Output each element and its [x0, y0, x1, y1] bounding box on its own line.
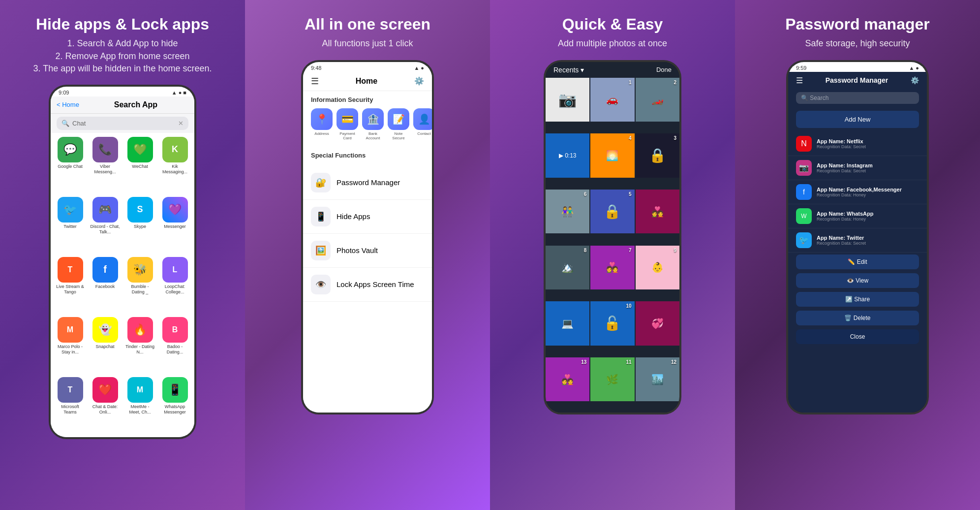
info-icon-bank[interactable]: 🏦 Bank Account [362, 108, 384, 141]
app-label: Live Stream & Tango [55, 284, 86, 295]
list-item[interactable]: 📱 WhatsApp Messenger [159, 377, 190, 433]
list-item[interactable]: 🎮 Discord - Chat, Talk... [90, 197, 121, 253]
list-item[interactable]: S Skype [124, 197, 155, 253]
list-item[interactable]: M MeetMe - Meet, Ch... [124, 377, 155, 433]
photo-cell-3[interactable]: 3 🔒 [636, 133, 679, 177]
special-item-lock-apps[interactable]: 👁️ Lock Apps Screen Time [303, 268, 432, 302]
panel-3-title: Quick & Easy [562, 15, 663, 33]
photo-cell-tech[interactable]: 💻 [546, 301, 589, 345]
list-item[interactable]: N App Name: Netflix Recognition Data: Se… [788, 132, 927, 156]
edit-button[interactable]: ✏️ Edit [796, 255, 919, 269]
eye-icon: 👁️ [847, 277, 854, 284]
list-item[interactable]: 💚 WeChat [124, 137, 155, 193]
list-item[interactable]: 💜 Messenger [159, 197, 190, 253]
photo-cell-12[interactable]: 12 🏙️ [636, 357, 679, 401]
app-name: App Name: WhatsApp [817, 211, 919, 217]
info-icon-contact[interactable]: 👤 Contact [413, 108, 432, 141]
app-label: Snapchat [95, 344, 114, 350]
list-item[interactable]: 💬 Google Chat [55, 137, 86, 193]
info-icons-row: 📍 Address 💳 Payment Card 🏦 Bank Account … [303, 106, 432, 147]
photo-cell-11[interactable]: 11 🌿 [590, 357, 634, 401]
list-item[interactable]: L LoopChat: College... [159, 257, 190, 313]
photo-cell-4[interactable]: 4 🌅 [590, 133, 634, 177]
delete-button[interactable]: 🗑️ Delete [796, 311, 919, 325]
list-item[interactable]: K Kik Messaging... [159, 137, 190, 193]
status-bar-4: 9:59 ▲ ● [788, 62, 927, 72]
photo-thumb: 🔒 [590, 190, 634, 233]
facebook-icon: f [796, 184, 812, 200]
list-item[interactable]: W App Name: WhatsApp Recognition Data: H… [788, 204, 927, 228]
app-label: WhatsApp Messenger [159, 404, 190, 415]
photo-cell-2[interactable]: 2 🏎️ [636, 78, 679, 122]
instagram-icon: 📷 [796, 160, 812, 176]
photo-cell-9[interactable]: 9 👶 [636, 246, 679, 289]
phone-mockup-4: 9:59 ▲ ● ☰ Password Manager ⚙️ 🔍 Search … [786, 60, 929, 414]
app-secret: Recognition Data: Honey [817, 192, 919, 197]
list-item[interactable]: T Live Stream & Tango [55, 257, 86, 313]
photo-number: 13 [581, 359, 586, 365]
photo-cell-couple[interactable]: 💑 [636, 190, 679, 233]
app-icon-discord: 🎮 [92, 197, 118, 223]
list-item[interactable]: 👻 Snapchat [90, 317, 121, 373]
special-item-password[interactable]: 🔐 Password Manager [303, 166, 432, 200]
address-label: Address [314, 131, 329, 136]
photos-vault-label: Photos Vault [337, 246, 378, 255]
photo-cell-video[interactable]: ▶ 0:13 [546, 133, 589, 177]
list-item[interactable]: f App Name: Facebook,Messenger Recogniti… [788, 180, 927, 204]
settings-icon[interactable]: ⚙️ [414, 76, 424, 86]
app-icon-viber: 📞 [92, 137, 118, 162]
list-item[interactable]: T Microsoft Teams [55, 377, 86, 433]
clear-icon[interactable]: ✕ [178, 120, 184, 127]
list-item[interactable]: ❤️ Chat & Date: Onli... [90, 377, 121, 433]
phone-mockup-1: 9:09 ▲ ● ■ < Home Search App 🔍 Chat ✕ 💬 … [49, 85, 196, 439]
share-button[interactable]: ↗️ Share [796, 292, 919, 307]
status-icons-4: ▲ ● [909, 65, 919, 71]
hamburger-icon-pm[interactable]: ☰ [796, 76, 803, 85]
list-item[interactable]: 🐦 Twitter [55, 197, 86, 253]
photo-number: 4 [629, 135, 632, 141]
done-button[interactable]: Done [656, 66, 672, 73]
list-item[interactable]: f Facebook [90, 257, 121, 313]
list-item[interactable]: 🐦 App Name: Twitter Recognition Data: Se… [788, 228, 927, 253]
list-item[interactable]: 📞 Viber Messeng... [90, 137, 121, 193]
photo-cell-1[interactable]: 1 🚗 [590, 78, 634, 122]
pm-search-placeholder: Search [810, 95, 828, 101]
view-button[interactable]: 👁️ View [796, 273, 919, 288]
settings-icon-pm[interactable]: ⚙️ [911, 76, 919, 84]
photo-cell-camera[interactable]: 📷 [546, 78, 589, 122]
photo-cell-10[interactable]: 10 🔓 [590, 301, 634, 345]
hamburger-icon[interactable]: ☰ [311, 76, 319, 87]
netflix-icon: N [796, 136, 812, 152]
pm-search-input[interactable]: 🔍 Search [796, 92, 919, 104]
photo-cell-pink-couple[interactable]: 💞 [636, 301, 679, 345]
photo-number: 1 [629, 80, 632, 85]
note-icon: 📝 [388, 108, 409, 130]
list-item[interactable]: 📷 App Name: Instagram Recognition Data: … [788, 156, 927, 180]
app-info: App Name: Twitter Recognition Data: Secr… [817, 235, 919, 246]
password-manager-label: Password Manager [337, 178, 400, 187]
list-item[interactable]: B Badoo - Dating... [159, 317, 190, 373]
photo-cell-7[interactable]: 7 💑 [590, 246, 634, 289]
app-icon-kik: K [162, 137, 188, 162]
photo-cell-5[interactable]: 5 🔒 [590, 190, 634, 233]
search-bar-area: 🔍 Chat ✕ [51, 114, 194, 133]
add-new-button[interactable]: Add New [796, 111, 919, 128]
list-item[interactable]: 🔥 Tinder - Dating N... [124, 317, 155, 373]
photo-cell-8[interactable]: 8 🏔️ [546, 246, 589, 289]
search-input[interactable]: 🔍 Chat ✕ [57, 117, 188, 130]
special-item-photos-vault[interactable]: 🖼️ Photos Vault [303, 234, 432, 268]
app-info: App Name: Instagram Recognition Data: Se… [817, 162, 919, 173]
app-secret: Recognition Data: Honey [817, 217, 919, 222]
back-button[interactable]: < Home [57, 101, 79, 108]
photo-number: 12 [671, 359, 676, 365]
list-item[interactable]: M Marco Polo - Stay in... [55, 317, 86, 373]
photo-cell-13[interactable]: 13 💑 [546, 357, 589, 401]
photo-number: 10 [626, 303, 632, 309]
close-button[interactable]: Close [796, 329, 919, 344]
special-item-hide-apps[interactable]: 📱 Hide Apps [303, 200, 432, 234]
photo-cell-6[interactable]: 6 👫 [546, 190, 589, 233]
info-icon-address[interactable]: 📍 Address [311, 108, 333, 141]
info-icon-note[interactable]: 📝 Note Secure [388, 108, 409, 141]
info-icon-payment[interactable]: 💳 Payment Card [337, 108, 358, 141]
list-item[interactable]: 🐝 Bumble - Dating _ [124, 257, 155, 313]
